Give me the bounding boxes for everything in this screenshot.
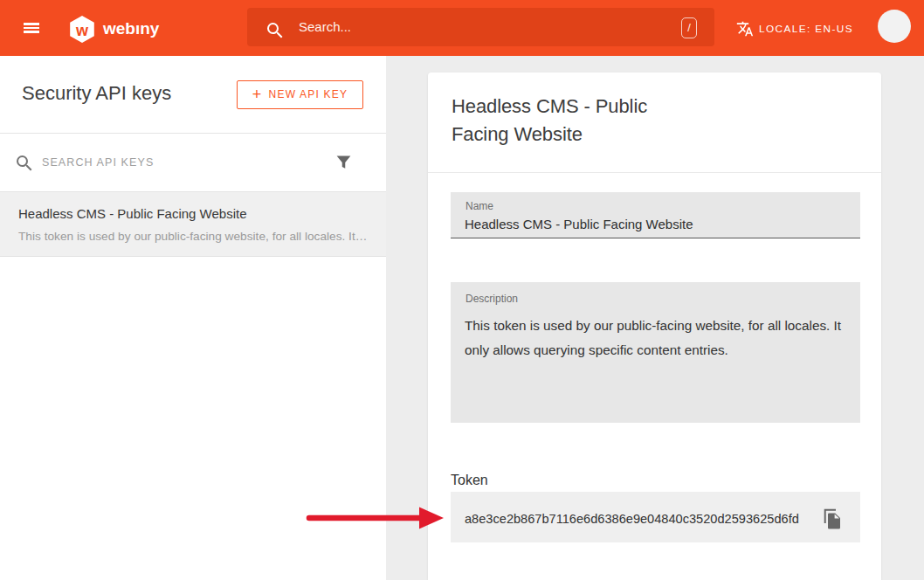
- svg-text:w: w: [75, 22, 89, 39]
